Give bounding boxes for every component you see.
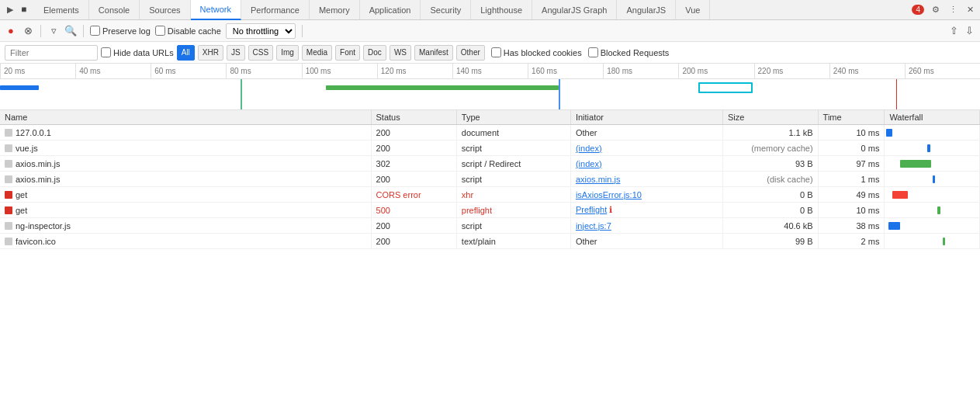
tab-network[interactable]: Network [191, 0, 241, 20]
file-icon [5, 144, 12, 152]
filter-input[interactable] [5, 45, 98, 61]
network-timeline[interactable]: 20 ms 40 ms 60 ms 80 ms 100 ms 120 ms 14… [0, 64, 980, 110]
cell-time: 97 ms [818, 156, 885, 172]
col-size[interactable]: Size [723, 110, 819, 125]
initiator-link[interactable]: (index) [576, 144, 602, 153]
cell-status: 302 [371, 156, 456, 172]
has-blocked-cookies-label[interactable]: Has blocked cookies [491, 47, 582, 57]
cell-size: 99 B [723, 234, 819, 249]
cell-time: 10 ms [818, 203, 885, 218]
filter-type-all[interactable]: All [177, 45, 195, 61]
filter-type-css[interactable]: CSS [248, 45, 274, 61]
request-name: ng-inspector.js [16, 221, 71, 231]
disable-cache-checkbox[interactable] [155, 26, 165, 36]
inspect-icon[interactable]: ▶ [5, 5, 16, 16]
cell-type: text/plain [456, 234, 570, 249]
filter-type-doc[interactable]: Doc [363, 45, 386, 61]
filter-type-ws[interactable]: WS [390, 45, 411, 61]
col-status[interactable]: Status [371, 110, 456, 125]
cell-status: 500 [371, 203, 456, 218]
tick-60ms: 60 ms [151, 64, 226, 78]
filter-type-media[interactable]: Media [302, 45, 332, 61]
initiator-link[interactable]: inject.js:7 [576, 221, 611, 231]
cell-initiator[interactable]: (index) [570, 141, 722, 156]
filter-bar: Hide data URLs All XHR JS CSS Img Media … [0, 42, 980, 64]
blocked-requests-label[interactable]: Blocked Requests [588, 47, 670, 57]
settings-icon[interactable]: ⚙ [930, 5, 941, 16]
devtools-left-icons: ▶ ◾ [0, 0, 34, 19]
blocked-requests-checkbox[interactable] [588, 47, 598, 57]
table-row[interactable]: favicon.ico200text/plainOther99 B2 ms [0, 234, 980, 249]
cell-waterfall [885, 187, 980, 203]
cell-size: 0 B [723, 187, 819, 203]
cell-size: (disk cache) [723, 172, 819, 187]
request-name: vue.js [16, 144, 38, 153]
filter-icon[interactable]: ▿ [47, 25, 60, 37]
filter-type-font[interactable]: Font [335, 45, 360, 61]
disable-cache-label[interactable]: Disable cache [155, 26, 221, 36]
filter-type-other[interactable]: Other [456, 45, 485, 61]
tab-performance[interactable]: Performance [241, 0, 310, 19]
network-toolbar: ● ⊗ ▿ 🔍 Preserve log Disable cache No th… [0, 20, 980, 42]
col-initiator[interactable]: Initiator [570, 110, 722, 125]
cell-type: script [456, 141, 570, 156]
tab-angularjs-graph[interactable]: AngularJS Graph [532, 0, 617, 19]
throttle-select[interactable]: No throttling [226, 23, 296, 39]
close-icon[interactable]: ✕ [964, 5, 975, 16]
hide-data-urls-label[interactable]: Hide data URLs [101, 47, 174, 57]
cell-size: 93 B [723, 156, 819, 172]
cell-initiator[interactable]: (index) [570, 156, 722, 172]
col-name[interactable]: Name [0, 110, 371, 125]
cell-waterfall [885, 156, 980, 172]
requests-table-container[interactable]: Name Status Type Initiator Size Time Wat… [0, 110, 980, 399]
hide-data-urls-checkbox[interactable] [101, 47, 111, 57]
table-row[interactable]: vue.js200script(index)(memory cache)0 ms [0, 141, 980, 156]
waterfall-bar [943, 238, 945, 245]
cell-initiator[interactable]: Preflight ℹ [570, 203, 722, 218]
cell-initiator[interactable]: isAxiosError.js:10 [570, 187, 722, 203]
initiator-link[interactable]: axios.min.js [576, 175, 620, 184]
tab-console[interactable]: Console [89, 0, 140, 19]
preserve-log-checkbox[interactable] [90, 26, 100, 36]
table-row[interactable]: axios.min.js200scriptaxios.min.js(disk c… [0, 172, 980, 187]
col-waterfall[interactable]: Waterfall [885, 110, 980, 125]
device-icon[interactable]: ◾ [19, 5, 29, 16]
cell-waterfall [885, 234, 980, 249]
tab-elements[interactable]: Elements [34, 0, 89, 19]
initiator-link[interactable]: (index) [576, 159, 602, 168]
tab-sources[interactable]: Sources [140, 0, 190, 19]
more-icon[interactable]: ⋮ [947, 5, 958, 16]
col-time[interactable]: Time [818, 110, 885, 125]
tab-angularjs[interactable]: AngularJS [617, 0, 676, 19]
has-blocked-cookies-text: Has blocked cookies [504, 48, 582, 57]
tab-application[interactable]: Application [360, 0, 421, 19]
cell-initiator[interactable]: axios.min.js [570, 172, 722, 187]
filter-type-manifest[interactable]: Manifest [414, 45, 453, 61]
preserve-log-label[interactable]: Preserve log [90, 26, 151, 36]
record-icon[interactable]: ● [5, 25, 17, 37]
tab-security[interactable]: Security [421, 0, 471, 19]
col-type[interactable]: Type [456, 110, 570, 125]
cell-name: favicon.ico [0, 234, 371, 249]
table-row[interactable]: getCORS errorxhrisAxiosError.js:100 B49 … [0, 187, 980, 203]
table-row[interactable]: get500preflightPreflight ℹ0 B10 ms [0, 203, 980, 218]
filter-type-xhr[interactable]: XHR [198, 45, 223, 61]
clear-icon[interactable]: ⊗ [22, 25, 34, 37]
search-icon[interactable]: 🔍 [64, 25, 77, 37]
tab-lighthouse[interactable]: Lighthouse [471, 0, 532, 19]
table-row[interactable]: axios.min.js302script / Redirect(index)9… [0, 156, 980, 172]
has-blocked-cookies-checkbox[interactable] [491, 47, 501, 57]
initiator-link[interactable]: isAxiosError.js:10 [576, 190, 642, 200]
cell-name: ng-inspector.js [0, 218, 371, 234]
filter-type-js[interactable]: JS [227, 45, 245, 61]
upload-icon[interactable]: ⇧ [947, 25, 960, 37]
tab-memory[interactable]: Memory [310, 0, 360, 19]
table-row[interactable]: 127.0.0.1200documentOther1.1 kB10 ms [0, 125, 980, 141]
filter-type-img[interactable]: Img [276, 45, 299, 61]
file-icon [5, 191, 12, 199]
table-row[interactable]: ng-inspector.js200scriptinject.js:740.6 … [0, 218, 980, 234]
initiator-link[interactable]: Preflight [576, 205, 607, 214]
cell-initiator[interactable]: inject.js:7 [570, 218, 722, 234]
tab-vue[interactable]: Vue [676, 0, 710, 19]
download-icon[interactable]: ⇩ [963, 25, 975, 37]
